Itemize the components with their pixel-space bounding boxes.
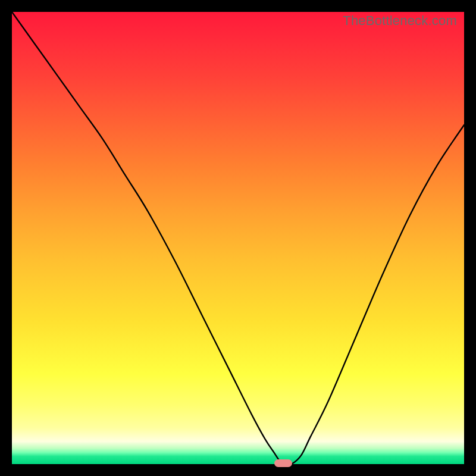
chart-plot-area: TheBottleneck.com <box>12 12 464 464</box>
optimal-marker <box>274 459 292 467</box>
curve-path <box>12 12 464 464</box>
bottleneck-curve <box>12 12 464 464</box>
chart-frame: TheBottleneck.com <box>0 0 476 476</box>
